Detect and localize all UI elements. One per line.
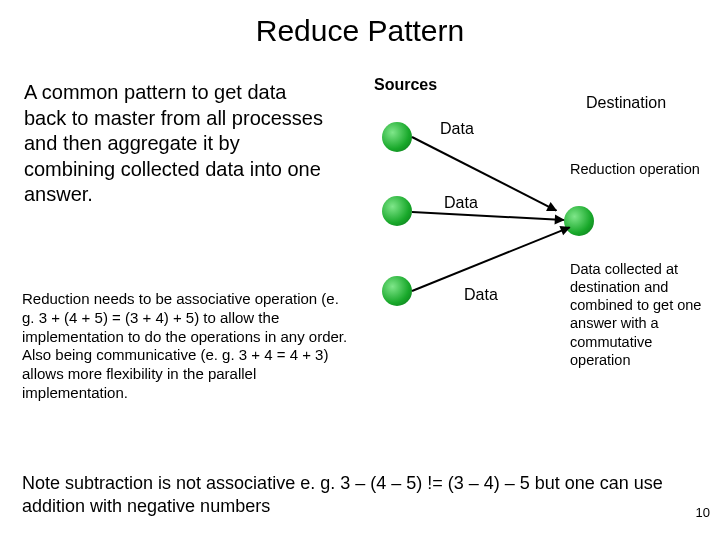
source-node-2 (382, 196, 412, 226)
arrow-1 (412, 136, 557, 211)
associative-paragraph: Reduction needs to be associative operat… (22, 290, 352, 403)
label-data-2: Data (444, 194, 478, 212)
footnote-paragraph: Note subtraction is not associative e. g… (22, 472, 682, 517)
source-node-1 (382, 122, 412, 152)
page-title: Reduce Pattern (0, 0, 720, 48)
page-number: 10 (696, 505, 710, 520)
arrow-3 (412, 226, 570, 292)
arrow-2 (412, 211, 564, 221)
reduce-diagram: Sources Destination Data Data Data (360, 76, 700, 436)
label-data-1: Data (440, 120, 474, 138)
intro-paragraph: A common pattern to get data back to mas… (24, 80, 324, 208)
label-data-3: Data (464, 286, 498, 304)
source-node-3 (382, 276, 412, 306)
label-sources: Sources (374, 76, 437, 94)
label-destination: Destination (586, 94, 666, 112)
label-destination-blurb: Data collected at destination and combin… (570, 260, 710, 369)
label-reduction-op: Reduction operation (570, 160, 710, 178)
